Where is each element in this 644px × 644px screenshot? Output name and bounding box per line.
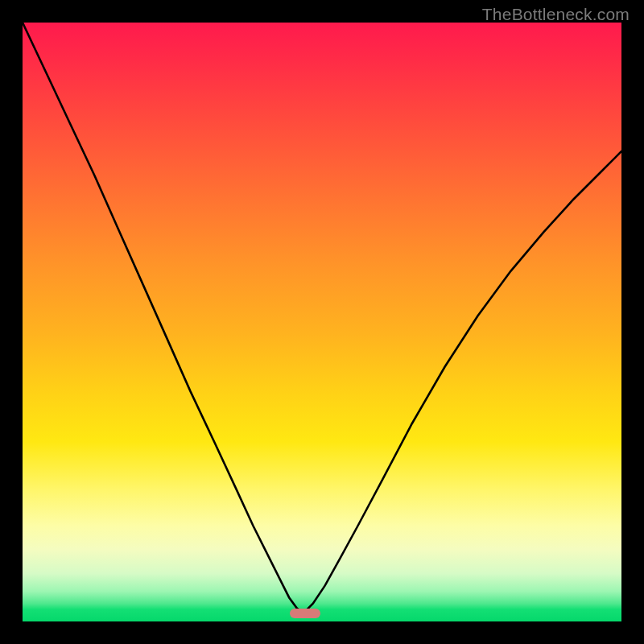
left-branch-curve	[23, 23, 303, 613]
curve-layer	[23, 23, 621, 621]
watermark-text: TheBottleneck.com	[482, 5, 630, 24]
chart-frame: TheBottleneck.com	[0, 0, 644, 644]
plot-area	[23, 23, 621, 621]
right-branch-curve	[304, 151, 621, 613]
trough-marker	[290, 609, 320, 618]
